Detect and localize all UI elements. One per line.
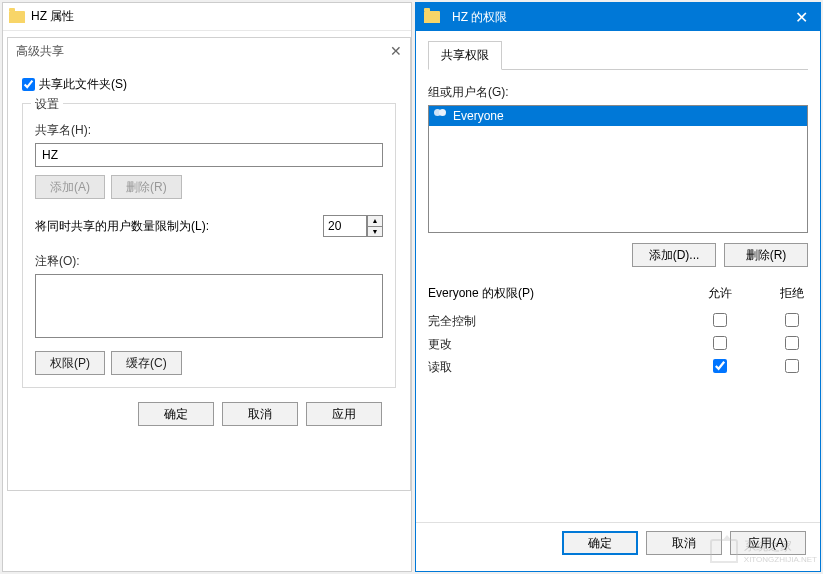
share-folder-checkbox-row[interactable]: 共享此文件夹(S) [22, 76, 396, 93]
close-icon[interactable]: ✕ [390, 43, 402, 59]
properties-title: HZ 属性 [31, 8, 74, 25]
perm-label: 读取 [428, 359, 452, 376]
spinner-down-icon[interactable]: ▼ [367, 226, 383, 237]
users-icon [433, 109, 449, 123]
user-limit-input[interactable] [323, 215, 367, 237]
perm-titlebar: HZ 的权限 ✕ [416, 3, 820, 31]
perm-row-read: 读取 [428, 356, 808, 379]
folder-icon [9, 11, 25, 23]
close-icon[interactable]: ✕ [791, 8, 812, 27]
advanced-sharing-dialog: 高级共享 ✕ 共享此文件夹(S) 设置 共享名(H): 添加(A) 删除(R) … [7, 37, 411, 491]
deny-checkbox[interactable] [785, 336, 799, 350]
perm-label: 完全控制 [428, 313, 476, 330]
tab-strip: 共享权限 [428, 41, 808, 70]
perm-title: HZ 的权限 [452, 9, 507, 26]
perm-checks [704, 336, 808, 353]
perm-body: 共享权限 组或用户名(G): Everyone 添加(D)... 删除(R) E… [416, 31, 820, 389]
perm-cache-row: 权限(P) 缓存(C) [35, 351, 383, 375]
deny-col-label: 拒绝 [776, 285, 808, 302]
user-limit-row: 将同时共享的用户数量限制为(L): ▲ ▼ [35, 215, 383, 237]
adv-body: 共享此文件夹(S) 设置 共享名(H): 添加(A) 删除(R) 将同时共享的用… [8, 64, 410, 438]
spinner-buttons: ▲ ▼ [367, 215, 383, 237]
perm-checks [704, 313, 808, 330]
permissions-for-label: Everyone 的权限(P) [428, 285, 534, 302]
perm-title-left: HZ 的权限 [424, 9, 507, 26]
permissions-button[interactable]: 权限(P) [35, 351, 105, 375]
tab-share-permissions[interactable]: 共享权限 [428, 41, 502, 70]
folder-icon [424, 11, 440, 23]
add-share-button[interactable]: 添加(A) [35, 175, 105, 199]
user-list-btn-row: 添加(D)... 删除(R) [428, 243, 808, 267]
properties-titlebar: HZ 属性 [3, 3, 411, 31]
settings-groupbox-label: 设置 [31, 96, 63, 113]
perm-bottom-buttons: 确定 取消 应用(A) [416, 522, 820, 563]
share-name-input[interactable] [35, 143, 383, 167]
perm-label: 更改 [428, 336, 452, 353]
adv-titlebar: 高级共享 ✕ [8, 38, 410, 64]
permissions-header: Everyone 的权限(P) 允许 拒绝 [428, 285, 808, 302]
deny-checkbox[interactable] [785, 313, 799, 327]
adv-apply-button[interactable]: 应用 [306, 402, 382, 426]
allow-col-label: 允许 [704, 285, 736, 302]
adv-title: 高级共享 [16, 43, 64, 60]
permissions-header-cols: 允许 拒绝 [704, 285, 808, 302]
user-list-item[interactable]: Everyone [429, 106, 807, 126]
share-name-btn-row: 添加(A) 删除(R) [35, 175, 383, 199]
allow-checkbox[interactable] [713, 336, 727, 350]
adv-cancel-button[interactable]: 取消 [222, 402, 298, 426]
adv-bottom-buttons: 确定 取消 应用 [22, 392, 396, 426]
adv-ok-button[interactable]: 确定 [138, 402, 214, 426]
comment-label: 注释(O): [35, 253, 383, 270]
share-name-label: 共享名(H): [35, 122, 383, 139]
share-folder-checkbox[interactable] [22, 78, 35, 91]
deny-checkbox[interactable] [785, 359, 799, 373]
spinner-up-icon[interactable]: ▲ [367, 215, 383, 226]
add-user-button[interactable]: 添加(D)... [632, 243, 716, 267]
properties-window: HZ 属性 高级共享 ✕ 共享此文件夹(S) 设置 共享名(H): 添加(A) … [2, 2, 412, 572]
perm-checks [704, 359, 808, 376]
perm-apply-button[interactable]: 应用(A) [730, 531, 806, 555]
remove-share-button[interactable]: 删除(R) [111, 175, 182, 199]
allow-checkbox[interactable] [713, 313, 727, 327]
share-folder-label: 共享此文件夹(S) [39, 76, 127, 93]
remove-user-button[interactable]: 删除(R) [724, 243, 808, 267]
allow-checkbox[interactable] [713, 359, 727, 373]
user-limit-spinner[interactable]: ▲ ▼ [323, 215, 383, 237]
settings-groupbox: 设置 共享名(H): 添加(A) 删除(R) 将同时共享的用户数量限制为(L):… [22, 103, 396, 388]
groups-users-label: 组或用户名(G): [428, 84, 808, 101]
user-list[interactable]: Everyone [428, 105, 808, 233]
cache-button[interactable]: 缓存(C) [111, 351, 182, 375]
perm-row-change: 更改 [428, 333, 808, 356]
perm-ok-button[interactable]: 确定 [562, 531, 638, 555]
perm-cancel-button[interactable]: 取消 [646, 531, 722, 555]
permissions-window: HZ 的权限 ✕ 共享权限 组或用户名(G): Everyone 添加(D)..… [415, 2, 821, 572]
perm-row-full-control: 完全控制 [428, 310, 808, 333]
comment-textarea[interactable] [35, 274, 383, 338]
user-limit-label: 将同时共享的用户数量限制为(L): [35, 218, 209, 235]
user-name: Everyone [453, 109, 504, 123]
